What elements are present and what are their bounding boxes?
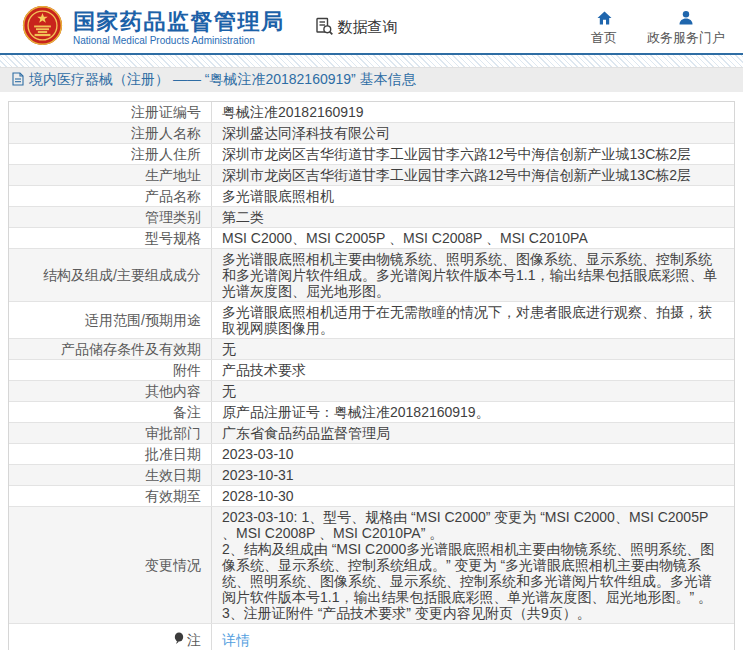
details-link[interactable]: 详情 [222,632,250,648]
row-label: 注册人住所 [9,144,212,164]
row-label: 审批部门 [9,423,212,443]
table-row: 备注原产品注册证号：粤械注准20182160919。 [9,401,734,422]
main-content: 注册证编号粤械注准20182160919 注册人名称深圳盛达同泽科技有限公司 注… [8,101,735,650]
row-value: 2023-10-31 [212,465,734,485]
note-value: 详情 [212,624,734,650]
table-row: 适用范围/预期用途多光谱眼底照相机适用于在无需散瞳的情况下，对患者眼底进行观察、… [9,301,734,338]
row-label: 产品储存条件及有效期 [9,339,212,359]
table-row: 产品名称多光谱眼底照相机 [9,185,734,206]
row-value: 2023-03-10: 1、型号、规格由 “MSI C2000” 变更为 “MS… [212,507,734,623]
row-label: 有效期至 [9,486,212,506]
table-row: 生产地址深圳市龙岗区吉华街道甘李工业园甘李六路12号中海信创新产业城13C栋2层 [9,164,734,185]
row-value: 深圳盛达同泽科技有限公司 [212,123,734,143]
row-label: 结构及组成/主要组成成分 [9,249,212,301]
row-label: 备注 [9,402,212,422]
table-row: 其他内容无 [9,380,734,401]
data-query-nav[interactable]: 数据查询 [315,17,398,39]
row-value: 无 [212,339,734,359]
table-row: 附件产品技术要求 [9,359,734,380]
row-label: 产品名称 [9,186,212,206]
row-value: 深圳市龙岗区吉华街道甘李工业园甘李六路12号中海信创新产业城13C栋2层 [212,165,734,185]
row-label: 生产地址 [9,165,212,185]
row-label: 管理类别 [9,207,212,227]
table-row: 生效日期2023-10-31 [9,464,734,485]
table-row-note: 注 详情 [9,623,734,650]
page: 国家药品监督管理局 National Medical Products Admi… [0,0,743,650]
row-value: 广东省食品药品监督管理局 [212,423,734,443]
row-value: MSI C2000、MSI C2005P 、MSI C2008P 、MSI C2… [212,228,734,248]
data-query-label: 数据查询 [338,18,398,37]
row-value: 原产品注册证号：粤械注准20182160919。 [212,402,734,422]
row-value: 多光谱眼底照相机 [212,186,734,206]
row-label: 注册证编号 [9,102,212,122]
table-row: 注册人住所深圳市龙岗区吉华街道甘李工业园甘李六路12号中海信创新产业城13C栋2… [9,143,734,164]
table-row: 产品储存条件及有效期无 [9,338,734,359]
row-value: 2028-10-30 [212,486,734,506]
brand: 国家药品监督管理局 National Medical Products Admi… [22,5,285,50]
document-search-icon [315,17,338,39]
table-row: 批准日期2023-03-10 [9,443,734,464]
row-value: 2023-03-10 [212,444,734,464]
row-label: 适用范围/预期用途 [9,302,212,338]
row-value: 无 [212,381,734,401]
table-row: 结构及组成/主要组成成分多光谱眼底照相机主要由物镜系统、照明系统、图像系统、显示… [9,248,734,301]
note-label: 注 [9,624,212,650]
table-row: 审批部门广东省食品药品监督管理局 [9,422,734,443]
page-title-bar: 境内医疗器械（注册） —— “粤械注准20182160919” 基本信息 [0,67,743,92]
user-icon [678,8,694,26]
row-label: 批准日期 [9,444,212,464]
brand-text: 国家药品监督管理局 National Medical Products Admi… [73,10,285,46]
document-icon [12,72,29,89]
row-value: 深圳市龙岗区吉华街道甘李工业园甘李六路12号中海信创新产业城13C栋2层 [212,144,734,164]
row-label: 生效日期 [9,465,212,485]
table-row: 变更情况2023-03-10: 1、型号、规格由 “MSI C2000” 变更为… [9,506,734,623]
agency-name-en: National Medical Products Administration [73,35,285,46]
row-value: 多光谱眼底照相机适用于在无需散瞳的情况下，对患者眼底进行观察、拍摄，获取视网膜图… [212,302,734,338]
home-icon [596,8,613,26]
stripe-band [0,55,743,67]
agency-name-cn: 国家药品监督管理局 [73,10,285,34]
home-label: 首页 [591,29,617,47]
table-row: 管理类别第二类 [9,206,734,227]
header-nav: 首页 政务服务门户 [591,8,725,47]
site-header: 国家药品监督管理局 National Medical Products Admi… [0,0,743,53]
row-value: 第二类 [212,207,734,227]
table-row: 型号规格MSI C2000、MSI C2005P 、MSI C2008P 、MS… [9,227,734,248]
table-row: 注册人名称深圳盛达同泽科技有限公司 [9,122,734,143]
note-icon [174,632,187,648]
row-label: 其他内容 [9,381,212,401]
registration-info-table: 注册证编号粤械注准20182160919 注册人名称深圳盛达同泽科技有限公司 注… [8,101,735,650]
gov-portal-link[interactable]: 政务服务门户 [647,8,725,47]
page-title: 境内医疗器械（注册） —— “粤械注准20182160919” 基本信息 [29,71,416,89]
row-value: 粤械注准20182160919 [212,102,734,122]
row-label: 型号规格 [9,228,212,248]
row-value: 多光谱眼底照相机主要由物镜系统、照明系统、图像系统、显示系统、控制系统和多光谱阅… [212,249,734,301]
gov-portal-label: 政务服务门户 [647,29,725,47]
home-link[interactable]: 首页 [591,8,617,47]
table-row: 有效期至2028-10-30 [9,485,734,506]
row-label: 变更情况 [9,507,212,623]
row-label: 注册人名称 [9,123,212,143]
row-value: 产品技术要求 [212,360,734,380]
row-label: 附件 [9,360,212,380]
table-row: 注册证编号粤械注准20182160919 [9,102,734,122]
national-emblem-logo [22,5,63,50]
